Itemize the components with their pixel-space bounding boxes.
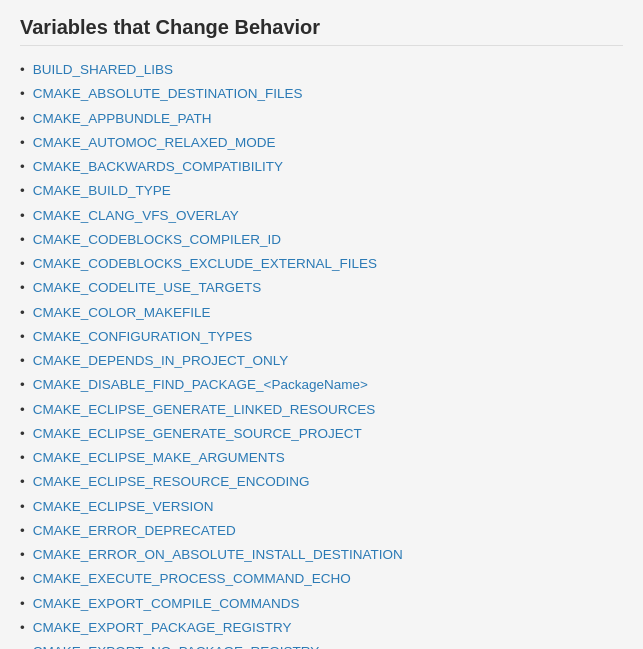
cmake-link[interactable]: CMAKE_EXECUTE_PROCESS_COMMAND_ECHO bbox=[33, 569, 351, 589]
cmake-link[interactable]: CMAKE_CODELITE_USE_TARGETS bbox=[33, 278, 262, 298]
page-title: Variables that Change Behavior bbox=[20, 16, 623, 46]
bullet-icon: • bbox=[20, 472, 25, 492]
cmake-link[interactable]: CMAKE_ERROR_ON_ABSOLUTE_INSTALL_DESTINAT… bbox=[33, 545, 403, 565]
cmake-link[interactable]: CMAKE_CODEBLOCKS_EXCLUDE_EXTERNAL_FILES bbox=[33, 254, 377, 274]
list-item: •BUILD_SHARED_LIBS bbox=[20, 60, 623, 80]
list-item: •CMAKE_BACKWARDS_COMPATIBILITY bbox=[20, 157, 623, 177]
list-item: •CMAKE_DISABLE_FIND_PACKAGE_<PackageName… bbox=[20, 375, 623, 395]
bullet-icon: • bbox=[20, 351, 25, 371]
cmake-link[interactable]: CMAKE_DISABLE_FIND_PACKAGE_<PackageName> bbox=[33, 375, 368, 395]
bullet-icon: • bbox=[20, 84, 25, 104]
bullet-icon: • bbox=[20, 254, 25, 274]
cmake-link[interactable]: CMAKE_COLOR_MAKEFILE bbox=[33, 303, 211, 323]
list-item: •CMAKE_AUTOMOC_RELAXED_MODE bbox=[20, 133, 623, 153]
bullet-icon: • bbox=[20, 109, 25, 129]
list-item: •CMAKE_ECLIPSE_RESOURCE_ENCODING bbox=[20, 472, 623, 492]
list-item: •CMAKE_ECLIPSE_MAKE_ARGUMENTS bbox=[20, 448, 623, 468]
bullet-icon: • bbox=[20, 303, 25, 323]
cmake-link[interactable]: CMAKE_CODEBLOCKS_COMPILER_ID bbox=[33, 230, 281, 250]
cmake-link[interactable]: CMAKE_BUILD_TYPE bbox=[33, 181, 171, 201]
list-item: •CMAKE_ERROR_ON_ABSOLUTE_INSTALL_DESTINA… bbox=[20, 545, 623, 565]
cmake-link[interactable]: CMAKE_CLANG_VFS_OVERLAY bbox=[33, 206, 239, 226]
bullet-icon: • bbox=[20, 400, 25, 420]
bullet-icon: • bbox=[20, 230, 25, 250]
bullet-icon: • bbox=[20, 545, 25, 565]
list-item: •CMAKE_DEPENDS_IN_PROJECT_ONLY bbox=[20, 351, 623, 371]
list-item: •CMAKE_CLANG_VFS_OVERLAY bbox=[20, 206, 623, 226]
bullet-icon: • bbox=[20, 157, 25, 177]
list-item: •CMAKE_EXECUTE_PROCESS_COMMAND_ECHO bbox=[20, 569, 623, 589]
page-container: Variables that Change Behavior •BUILD_SH… bbox=[0, 0, 643, 649]
cmake-link[interactable]: CMAKE_ECLIPSE_RESOURCE_ENCODING bbox=[33, 472, 310, 492]
bullet-icon: • bbox=[20, 448, 25, 468]
bullet-icon: • bbox=[20, 278, 25, 298]
bullet-icon: • bbox=[20, 181, 25, 201]
bullet-icon: • bbox=[20, 327, 25, 347]
list-item: •CMAKE_EXPORT_COMPILE_COMMANDS bbox=[20, 594, 623, 614]
bullet-icon: • bbox=[20, 133, 25, 153]
cmake-link[interactable]: CMAKE_DEPENDS_IN_PROJECT_ONLY bbox=[33, 351, 289, 371]
list-item: •CMAKE_BUILD_TYPE bbox=[20, 181, 623, 201]
cmake-link[interactable]: CMAKE_ECLIPSE_MAKE_ARGUMENTS bbox=[33, 448, 285, 468]
bullet-icon: • bbox=[20, 206, 25, 226]
list-item: •CMAKE_CODEBLOCKS_COMPILER_ID bbox=[20, 230, 623, 250]
list-item: •CMAKE_EXPORT_NO_PACKAGE_REGISTRY bbox=[20, 642, 623, 649]
cmake-link[interactable]: CMAKE_ECLIPSE_VERSION bbox=[33, 497, 214, 517]
list-item: •CMAKE_ECLIPSE_GENERATE_SOURCE_PROJECT bbox=[20, 424, 623, 444]
bullet-icon: • bbox=[20, 642, 25, 649]
list-item: •CMAKE_CODEBLOCKS_EXCLUDE_EXTERNAL_FILES bbox=[20, 254, 623, 274]
cmake-link[interactable]: CMAKE_ABSOLUTE_DESTINATION_FILES bbox=[33, 84, 303, 104]
list-item: •CMAKE_CONFIGURATION_TYPES bbox=[20, 327, 623, 347]
cmake-link[interactable]: CMAKE_ECLIPSE_GENERATE_SOURCE_PROJECT bbox=[33, 424, 362, 444]
list-item: •CMAKE_COLOR_MAKEFILE bbox=[20, 303, 623, 323]
list-item: •CMAKE_ABSOLUTE_DESTINATION_FILES bbox=[20, 84, 623, 104]
link-list: •BUILD_SHARED_LIBS•CMAKE_ABSOLUTE_DESTIN… bbox=[20, 60, 623, 649]
cmake-link[interactable]: CMAKE_BACKWARDS_COMPATIBILITY bbox=[33, 157, 283, 177]
list-item: •CMAKE_ECLIPSE_GENERATE_LINKED_RESOURCES bbox=[20, 400, 623, 420]
cmake-link[interactable]: CMAKE_APPBUNDLE_PATH bbox=[33, 109, 212, 129]
bullet-icon: • bbox=[20, 618, 25, 638]
cmake-link[interactable]: CMAKE_CONFIGURATION_TYPES bbox=[33, 327, 253, 347]
list-item: •CMAKE_ECLIPSE_VERSION bbox=[20, 497, 623, 517]
cmake-link[interactable]: CMAKE_EXPORT_NO_PACKAGE_REGISTRY bbox=[33, 642, 320, 649]
list-item: •CMAKE_CODELITE_USE_TARGETS bbox=[20, 278, 623, 298]
bullet-icon: • bbox=[20, 424, 25, 444]
cmake-link[interactable]: BUILD_SHARED_LIBS bbox=[33, 60, 173, 80]
bullet-icon: • bbox=[20, 594, 25, 614]
list-item: •CMAKE_ERROR_DEPRECATED bbox=[20, 521, 623, 541]
bullet-icon: • bbox=[20, 60, 25, 80]
list-item: •CMAKE_EXPORT_PACKAGE_REGISTRY bbox=[20, 618, 623, 638]
bullet-icon: • bbox=[20, 521, 25, 541]
list-item: •CMAKE_APPBUNDLE_PATH bbox=[20, 109, 623, 129]
cmake-link[interactable]: CMAKE_AUTOMOC_RELAXED_MODE bbox=[33, 133, 276, 153]
bullet-icon: • bbox=[20, 569, 25, 589]
cmake-link[interactable]: CMAKE_EXPORT_PACKAGE_REGISTRY bbox=[33, 618, 292, 638]
cmake-link[interactable]: CMAKE_EXPORT_COMPILE_COMMANDS bbox=[33, 594, 300, 614]
cmake-link[interactable]: CMAKE_ECLIPSE_GENERATE_LINKED_RESOURCES bbox=[33, 400, 376, 420]
cmake-link[interactable]: CMAKE_ERROR_DEPRECATED bbox=[33, 521, 236, 541]
bullet-icon: • bbox=[20, 497, 25, 517]
bullet-icon: • bbox=[20, 375, 25, 395]
